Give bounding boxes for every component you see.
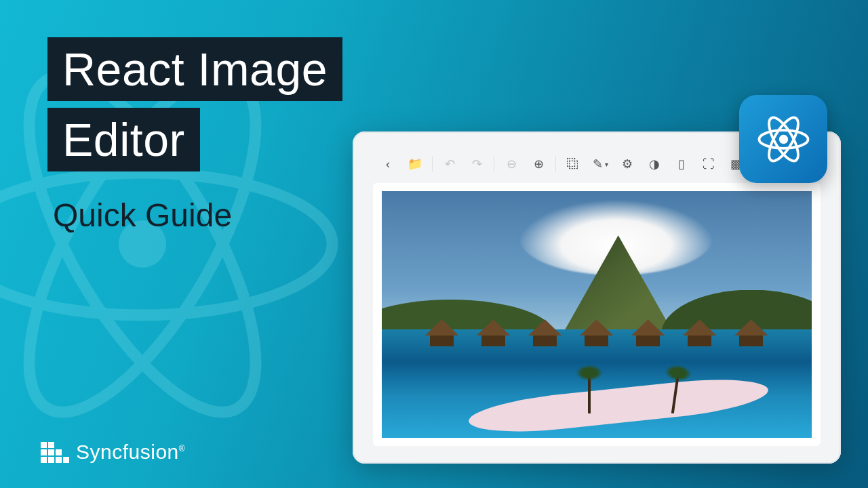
chevron-down-icon: ▾ [605, 161, 608, 168]
resize-icon[interactable]: ⛶ [696, 152, 721, 176]
headline-line-1: React Image [47, 37, 342, 101]
crop-icon[interactable]: ⿻ [561, 152, 585, 176]
svg-point-7 [778, 134, 787, 143]
undo-icon: ↶ [437, 152, 462, 176]
subtitle: Quick Guide [53, 197, 232, 234]
toolbar-separator [555, 156, 556, 172]
zoom-in-icon[interactable]: ⊕ [526, 152, 551, 176]
headline-line-2: Editor [47, 108, 200, 171]
back-icon[interactable]: ‹ [376, 152, 400, 176]
filter-icon[interactable]: ◑ [642, 152, 667, 176]
brand-logo-icon [41, 442, 69, 463]
annotate-icon[interactable]: ✎▾ [588, 152, 612, 176]
react-badge [739, 95, 827, 183]
editor-canvas[interactable] [373, 183, 821, 446]
finetune-icon[interactable]: ⚙ [615, 152, 639, 176]
brand-logo: Syncfusion® [41, 441, 185, 464]
frame-icon[interactable]: ▯ [669, 152, 694, 176]
redo-icon: ↷ [465, 152, 489, 176]
react-logo-icon [751, 107, 816, 171]
brand-name: Syncfusion [76, 441, 179, 463]
open-icon[interactable]: 📁 [403, 152, 427, 176]
zoom-out-icon: ⊖ [499, 152, 524, 176]
headline: React Image Editor [47, 37, 342, 178]
edited-image [382, 191, 812, 439]
toolbar-separator [432, 156, 433, 172]
svg-point-0 [0, 173, 332, 315]
toolbar-separator [494, 156, 494, 172]
